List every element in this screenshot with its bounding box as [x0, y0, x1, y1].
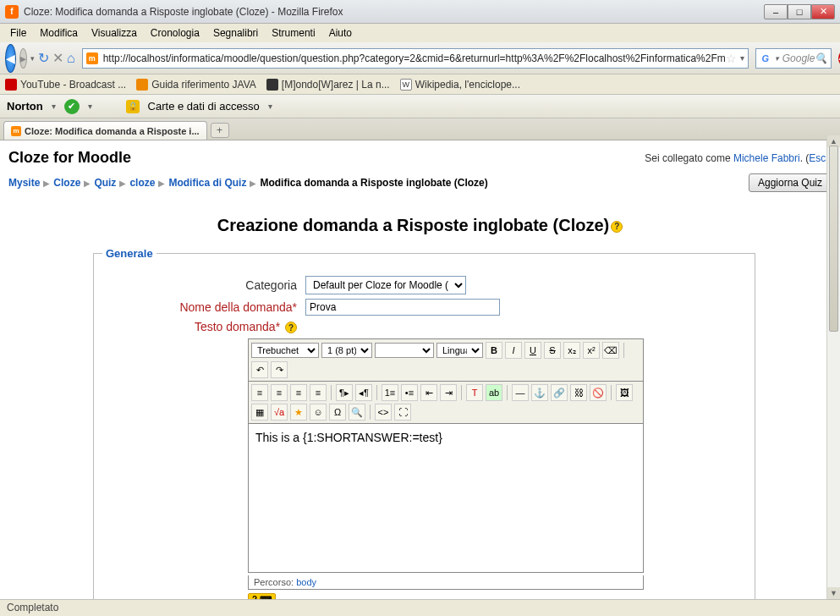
underline-button[interactable]: U: [524, 342, 541, 359]
minimize-button[interactable]: –: [764, 4, 788, 19]
status-bar: Completato: [0, 599, 840, 616]
menu-bookmarks[interactable]: Segnalibri: [206, 25, 265, 41]
specialchar-button[interactable]: Ω: [329, 404, 346, 421]
norton-check-icon[interactable]: ✔: [64, 99, 80, 114]
clean-button[interactable]: ⌫: [602, 342, 619, 359]
logout-link[interactable]: Esci: [809, 152, 828, 164]
search-box[interactable]: G ▾ Google 🔍: [755, 48, 832, 69]
menu-view[interactable]: Visualizza: [85, 25, 144, 41]
editor-textarea[interactable]: [248, 424, 644, 573]
ltr-button[interactable]: ¶▸: [336, 384, 353, 401]
fullscreen-button[interactable]: ⛶: [394, 404, 411, 421]
label-category: Categoria: [102, 278, 305, 292]
menu-help[interactable]: Aiuto: [322, 25, 359, 41]
ul-button[interactable]: •≡: [401, 384, 418, 401]
rtl-button[interactable]: ◂¶: [355, 384, 372, 401]
crumb-modifica[interactable]: Modifica di Quiz: [168, 177, 246, 189]
back-button[interactable]: ◀: [5, 44, 16, 73]
maximize-button[interactable]: □: [788, 4, 811, 19]
tab-strip: m Cloze: Modifica domanda a Risposte i..…: [0, 118, 840, 140]
url-bar[interactable]: m http://localhost/informatica/moodle/qu…: [82, 48, 749, 69]
reload-button[interactable]: ↻: [38, 49, 49, 68]
firefox-icon: f: [5, 5, 19, 19]
crumb-quiz[interactable]: Quiz: [94, 177, 116, 189]
select-category[interactable]: Default per Cloze for Moodle (1): [305, 276, 466, 294]
scroll-thumb[interactable]: [829, 146, 838, 332]
menu-history[interactable]: Cronologia: [144, 25, 206, 41]
crumb-cloze[interactable]: Cloze: [53, 177, 80, 189]
norton-vault-menu[interactable]: Carte e dati di accesso: [148, 100, 260, 113]
find-button[interactable]: 🔍: [349, 404, 365, 421]
crumb-mysite[interactable]: Mysite: [8, 177, 40, 189]
help-icon[interactable]: ?: [611, 221, 623, 233]
crumb-current: Modifica domanda a Risposte inglobate (C…: [260, 177, 487, 189]
strike-button[interactable]: S: [544, 342, 561, 359]
search-go-icon[interactable]: 🔍: [815, 52, 827, 64]
editor-size-select[interactable]: 1 (8 pt): [321, 343, 372, 358]
hr-button[interactable]: —: [512, 384, 529, 401]
ol-button[interactable]: 1≡: [382, 384, 398, 401]
input-question-name[interactable]: [305, 299, 500, 316]
login-info: Sei collegato come Michele Fabbri. (Esci…: [645, 152, 832, 164]
page-title: Cloze for Moodle: [8, 149, 131, 167]
editor-style-select[interactable]: [375, 343, 434, 358]
bookmark-warez[interactable]: [M]ondo[W]arez | La n...: [266, 79, 390, 91]
link-button[interactable]: 🔗: [551, 384, 568, 401]
equation-button[interactable]: √a: [271, 404, 288, 421]
anchor-button[interactable]: ⚓: [531, 384, 548, 401]
status-text: Completato: [7, 602, 58, 613]
editor-path-body[interactable]: body: [296, 577, 316, 587]
menu-tools[interactable]: Strumenti: [265, 25, 321, 41]
tab-active[interactable]: m Cloze: Modifica domanda a Risposte i..…: [3, 121, 207, 140]
image-button[interactable]: 🖼: [616, 384, 633, 401]
search-placeholder: Google: [782, 52, 815, 64]
bookmark-wikipedia[interactable]: WWikipedia, l'enciclope...: [400, 79, 520, 91]
bookmark-java[interactable]: Guida riferimento JAVA: [136, 79, 256, 91]
forward-button[interactable]: ▸: [19, 48, 27, 69]
bgcolor-button[interactable]: ab: [486, 384, 502, 401]
crumb-clozelower[interactable]: cloze: [129, 177, 155, 189]
menu-edit[interactable]: Modifica: [33, 25, 85, 41]
url-dropdown-icon[interactable]: ▾: [740, 53, 744, 63]
editor-lang-select[interactable]: Lingua: [436, 343, 483, 358]
outdent-button[interactable]: ⇤: [420, 384, 437, 401]
nolink-button[interactable]: 🚫: [590, 384, 607, 401]
window-titlebar: f Cloze: Modifica domanda a Risposte ing…: [0, 0, 840, 24]
fieldset-general: Generale Categoria Default per Cloze for…: [93, 247, 755, 615]
help-icon[interactable]: ?: [285, 322, 297, 333]
bookmark-star-icon[interactable]: ☆: [726, 52, 737, 65]
undo-button[interactable]: ↶: [251, 361, 268, 378]
menu-file[interactable]: File: [3, 25, 33, 41]
align-right-button[interactable]: ≡: [290, 384, 307, 401]
align-left-button[interactable]: ≡: [251, 384, 268, 401]
redo-button[interactable]: ↷: [271, 361, 288, 378]
stop-button[interactable]: ✕: [52, 49, 63, 68]
italic-button[interactable]: I: [505, 342, 522, 359]
bookmark-youtube[interactable]: YouTube - Broadcast ...: [5, 79, 126, 91]
scroll-down-arrow[interactable]: ▼: [827, 587, 840, 599]
bold-button[interactable]: B: [486, 342, 502, 359]
align-center-button[interactable]: ≡: [271, 384, 288, 401]
html-button[interactable]: <>: [375, 404, 392, 421]
table-button[interactable]: ▦: [251, 404, 268, 421]
align-justify-button[interactable]: ≡: [310, 384, 327, 401]
sub-button[interactable]: x₂: [563, 342, 580, 359]
textcolor-button[interactable]: T: [466, 384, 483, 401]
home-button[interactable]: ⌂: [67, 49, 75, 68]
emoticon-button[interactable]: ☺: [310, 404, 327, 421]
wikipedia-icon: W: [400, 79, 412, 91]
menubar: File Modifica Visualizza Cronologia Segn…: [0, 24, 840, 42]
user-link[interactable]: Michele Fabbri: [733, 152, 800, 164]
vertical-scrollbar[interactable]: ▲ ▼: [826, 135, 840, 599]
unlink-button[interactable]: ⛓: [570, 384, 587, 401]
indent-button[interactable]: ⇥: [440, 384, 457, 401]
update-quiz-button[interactable]: Aggiorna Quiz: [749, 173, 832, 192]
editor-font-select[interactable]: Trebuchet: [251, 343, 319, 358]
label-question-text: Testo domanda* ?: [102, 320, 305, 333]
sup-button[interactable]: x²: [583, 342, 600, 359]
close-button[interactable]: ✕: [811, 4, 835, 19]
tab-add-button[interactable]: +: [211, 123, 229, 138]
star-button[interactable]: ★: [290, 404, 307, 421]
norton-brand[interactable]: Norton: [7, 100, 43, 113]
norton-lock-icon[interactable]: 🔒: [126, 100, 140, 113]
